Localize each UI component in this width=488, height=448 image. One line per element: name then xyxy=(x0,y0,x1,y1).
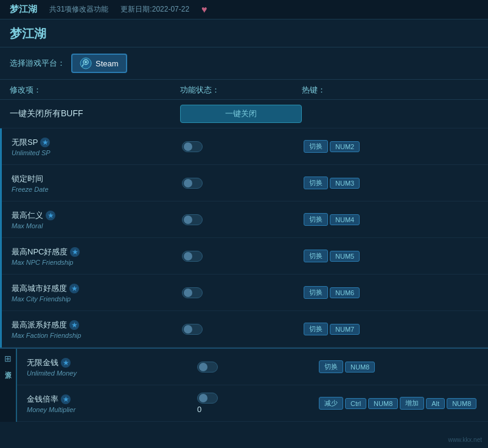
main-game-title: 梦江湖 xyxy=(10,26,478,42)
hotkey-button[interactable]: NUM4 xyxy=(330,214,360,225)
hotkey-button[interactable]: NUM8 xyxy=(447,398,476,409)
table-row: 锁定时间Freeze Date切换NUM3 xyxy=(2,165,488,201)
toggle-switch[interactable] xyxy=(182,251,203,262)
section-main: 无限SP★Unlimited SP切换NUM2锁定时间Freeze Date切换… xyxy=(0,128,488,348)
col-mod-header: 修改项： xyxy=(10,85,180,96)
star-icon: ★ xyxy=(70,247,80,257)
hotkey-button[interactable]: NUM7 xyxy=(330,324,360,335)
svg-point-2 xyxy=(85,61,87,63)
resources-sidebar: ⊞ 资源 xyxy=(0,349,17,422)
table-row: 无限金钱★Unlimited Money切换NUM8 xyxy=(17,349,488,385)
star-icon: ★ xyxy=(61,358,71,368)
star-icon: ★ xyxy=(46,211,55,220)
mod-value: 0 xyxy=(197,405,201,414)
one-key-label: 一键关闭所有BUFF xyxy=(10,108,180,119)
table-row: 最高仁义★Max Moral切换NUM4 xyxy=(2,201,488,238)
toggle-switch[interactable] xyxy=(197,393,218,404)
toggle-switch[interactable] xyxy=(182,178,203,189)
col-status-header: 功能状态： xyxy=(180,85,302,96)
toggle-switch[interactable] xyxy=(197,362,218,373)
platform-section: 选择游戏平台： Steam xyxy=(0,47,488,80)
star-icon: ★ xyxy=(69,284,79,293)
table-header: 修改项： 功能状态： 热键： xyxy=(0,80,488,100)
toggle-switch[interactable] xyxy=(182,324,203,335)
hotkey-button[interactable]: Alt xyxy=(426,398,445,409)
favorite-icon[interactable]: ♥ xyxy=(201,4,207,15)
steam-label: Steam xyxy=(96,59,119,68)
star-icon: ★ xyxy=(69,320,79,330)
hotkey-button[interactable]: 切换 xyxy=(304,177,328,189)
star-icon: ★ xyxy=(61,394,71,404)
top-game-title: 梦江湖 xyxy=(10,4,37,15)
update-date: 更新日期:2022-07-22 xyxy=(120,4,189,15)
hotkey-button[interactable]: 切换 xyxy=(319,360,343,373)
hotkey-button[interactable]: NUM6 xyxy=(330,287,360,298)
hotkey-button[interactable]: NUM5 xyxy=(330,251,360,262)
resources-label: 资源 xyxy=(4,366,13,368)
hotkey-button[interactable]: Ctrl xyxy=(345,398,366,409)
resources-mod-rows: 无限金钱★Unlimited Money切换NUM8金钱倍率★Money Mul… xyxy=(17,349,488,422)
toggle-switch[interactable] xyxy=(182,141,203,152)
top-bar: 梦江湖 共31项修改器功能 更新日期:2022-07-22 ♥ xyxy=(0,0,488,19)
table-row: 无限SP★Unlimited SP切换NUM2 xyxy=(2,128,488,165)
section-resources: ⊞ 资源 无限金钱★Unlimited Money切换NUM8金钱倍率★Mone… xyxy=(0,349,488,422)
main-mod-rows: 无限SP★Unlimited SP切换NUM2锁定时间Freeze Date切换… xyxy=(2,128,488,348)
table-row: 最高NPC好感度★Max NPC Friendship切换NUM5 xyxy=(2,238,488,275)
hotkey-button[interactable]: 切换 xyxy=(304,286,328,299)
hotkey-button[interactable]: NUM8 xyxy=(345,362,375,373)
toggle-switch[interactable] xyxy=(182,287,203,298)
hotkey-button[interactable]: 切换 xyxy=(304,213,328,226)
table-row: 最高城市好感度★Max City Friendship切换NUM6 xyxy=(2,275,488,311)
main-header: 梦江湖 xyxy=(0,19,488,47)
hotkey-button[interactable]: 减少 xyxy=(319,397,343,410)
hotkey-button[interactable]: NUM3 xyxy=(330,178,360,189)
one-key-close-button[interactable]: 一键关闭 xyxy=(180,105,302,123)
hotkey-button[interactable]: NUM2 xyxy=(330,141,360,152)
one-key-row: 一键关闭所有BUFF 一键关闭 xyxy=(0,100,488,128)
platform-label: 选择游戏平台： xyxy=(10,58,65,69)
resources-icon: ⊞ xyxy=(4,354,12,363)
hotkey-button[interactable]: 切换 xyxy=(304,250,328,262)
star-icon: ★ xyxy=(40,138,50,147)
col-hotkey-header: 热键： xyxy=(302,85,478,96)
table-row: 最高派系好感度★Max Faction Friendship切换NUM7 xyxy=(2,311,488,348)
modifier-count: 共31项修改器功能 xyxy=(49,4,108,15)
steam-button[interactable]: Steam xyxy=(71,54,127,73)
watermark: www.kkx.net xyxy=(448,436,482,443)
hotkey-button[interactable]: NUM8 xyxy=(368,398,398,409)
hotkey-button[interactable]: 切换 xyxy=(304,140,328,153)
table-row: 金钱倍率★Money Multiplier0减少CtrlNUM8增加AltNUM… xyxy=(17,385,488,422)
steam-logo-icon xyxy=(80,57,92,69)
toggle-switch[interactable] xyxy=(182,214,203,225)
hotkey-button[interactable]: 增加 xyxy=(400,397,424,410)
hotkey-button[interactable]: 切换 xyxy=(304,323,328,335)
